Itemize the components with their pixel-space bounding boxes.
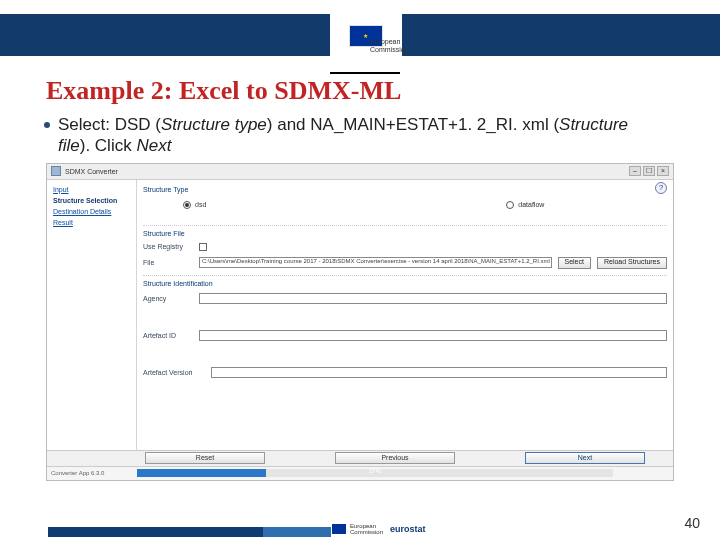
artefact-id-label: Artefact ID (143, 332, 193, 339)
eurostat-label: eurostat (387, 523, 429, 535)
progress-label: 27% (369, 468, 381, 474)
wizard-sidebar: Input Structure Selection Destination De… (47, 180, 137, 480)
use-registry-row: Use Registry (143, 243, 667, 251)
structure-type-radios: dsd dataflow (143, 195, 667, 219)
use-registry-label: Use Registry (143, 243, 193, 250)
close-button[interactable]: × (657, 166, 669, 176)
progress-fill (137, 469, 266, 477)
file-input[interactable]: C:\Users\me\Desktop\Training course 2017… (199, 257, 552, 268)
help-button[interactable]: ? (655, 182, 667, 194)
instruction-text: Select: DSD (Structure type) and NA_MAIN… (58, 114, 662, 157)
footer-logo: European Commission eurostat (332, 521, 429, 537)
t1: Select: DSD ( (58, 115, 161, 134)
app-icon (51, 166, 61, 176)
sidebar-item-result[interactable]: Result (47, 217, 136, 228)
artefact-id-input[interactable] (199, 330, 667, 341)
ec-line1: European (370, 38, 409, 46)
structure-identification-group: Structure Identification (143, 275, 667, 287)
radio-dataflow-label: dataflow (518, 201, 544, 208)
statusbar: Converter App 6.3.0 27% (47, 466, 673, 480)
sidebar-item-input[interactable]: Input (47, 184, 136, 195)
structure-type-label: Structure Type (143, 186, 667, 193)
footer-ec-text: European Commission (350, 523, 383, 535)
reset-button[interactable]: Reset (145, 452, 265, 464)
radio-dsd-circle (183, 201, 191, 209)
sidebar-item-structure-selection[interactable]: Structure Selection (47, 195, 136, 206)
slide-banner: European Commission (0, 0, 720, 72)
titlebar[interactable]: SDMX Converter – ☐ × (47, 164, 673, 180)
ec-logo (330, 0, 402, 72)
artefact-version-label: Artefact Version (143, 369, 205, 376)
progress-bar: 27% (137, 469, 613, 477)
next-button[interactable]: Next (525, 452, 645, 464)
sidebar-item-destination-details[interactable]: Destination Details (47, 206, 136, 217)
file-row: File C:\Users\me\Desktop\Training course… (143, 257, 667, 269)
window-title: SDMX Converter (65, 168, 629, 175)
bullet-icon (44, 122, 50, 128)
select-button[interactable]: Select (558, 257, 591, 269)
ec-line2: Commission (370, 46, 409, 54)
reload-structures-button[interactable]: Reload Structures (597, 257, 667, 269)
eu-flag-mini-icon (332, 524, 346, 534)
wizard-main: ? Structure Type dsd dataflow Structure … (137, 180, 673, 480)
ec-text: European Commission (370, 38, 409, 53)
slide-footer: European Commission eurostat 40 (0, 509, 720, 537)
radio-dsd-label: dsd (195, 201, 206, 208)
slide-number: 40 (684, 515, 700, 531)
minimize-button[interactable]: – (629, 166, 641, 176)
use-registry-checkbox[interactable] (199, 243, 207, 251)
converter-window: SDMX Converter – ☐ × Input Structure Sel… (46, 163, 674, 481)
t2: Structure type (161, 115, 267, 134)
app-version-label: Converter App 6.3.0 (47, 470, 137, 476)
artefact-id-row: Artefact ID (143, 330, 667, 341)
wizard-navbar: Reset Previous Next (47, 450, 673, 466)
t3: ) and NA_MAIN+ESTAT+1. 2_RI. xml ( (267, 115, 559, 134)
maximize-button[interactable]: ☐ (643, 166, 655, 176)
previous-button[interactable]: Previous (335, 452, 455, 464)
radio-dataflow-circle (506, 201, 514, 209)
instruction-bullet: Select: DSD (Structure type) and NA_MAIN… (0, 108, 720, 159)
t6: Next (136, 136, 171, 155)
artefact-version-row: Artefact Version (143, 367, 667, 378)
banner-underline (330, 72, 400, 74)
file-label: File (143, 259, 193, 266)
footer-accent-bar-1 (48, 527, 263, 537)
radio-dsd-dot (185, 203, 189, 207)
t5: ). Click (80, 136, 137, 155)
agency-input[interactable] (199, 293, 667, 304)
radio-dataflow[interactable]: dataflow (506, 201, 544, 209)
footer-ec-2: Commission (350, 529, 383, 535)
radio-dsd[interactable]: dsd (183, 201, 206, 209)
artefact-version-input[interactable] (211, 367, 667, 378)
footer-accent-bar-2 (263, 527, 331, 537)
agency-label: Agency (143, 295, 193, 302)
slide-title: Example 2: Excel to SDMX-ML (0, 72, 720, 108)
structure-file-group: Structure File (143, 225, 667, 237)
agency-row: Agency (143, 293, 667, 304)
